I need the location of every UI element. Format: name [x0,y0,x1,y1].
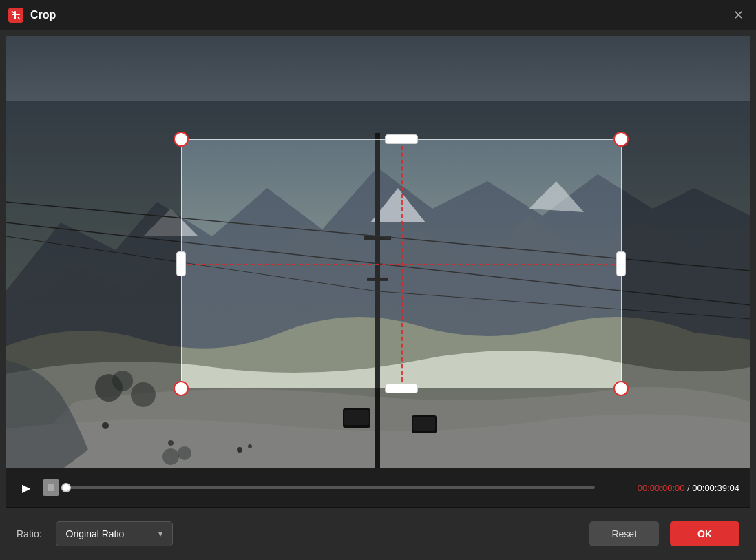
ratio-dropdown[interactable]: Original Ratio ▾ [56,521,173,546]
crop-handle-middle-right[interactable] [616,251,626,276]
crop-window: Crop ✕ [0,0,756,560]
title-bar: Crop ✕ [0,0,756,30]
svg-point-24 [168,440,174,446]
chevron-down-icon: ▾ [158,529,162,539]
crop-handle-top-center[interactable] [385,134,418,144]
svg-rect-13 [344,410,369,425]
svg-point-17 [112,371,133,391]
stop-button[interactable] [43,479,59,496]
app-icon [8,8,23,23]
ok-button[interactable]: OK [670,521,739,546]
bottom-toolbar: Ratio: Original Ratio ▾ Reset OK [0,508,756,560]
svg-point-23 [102,422,109,429]
video-preview [6,36,750,468]
crop-handle-bottom-right[interactable] [613,381,629,396]
progress-thumb[interactable] [61,483,71,492]
svg-line-2 [12,11,14,13]
svg-point-22 [248,444,252,448]
svg-rect-25 [48,484,54,491]
ratio-selected-value: Original Ratio [66,528,125,539]
play-button[interactable]: ▶ [17,478,36,497]
crop-handle-bottom-left[interactable] [174,381,189,396]
svg-line-3 [18,17,20,19]
total-time: 00:00:39:04 [692,483,739,493]
crop-handle-middle-left[interactable] [176,251,186,276]
video-frame [6,36,750,468]
video-scene [6,36,750,468]
time-separator: / [684,483,692,493]
svg-rect-5 [375,133,380,468]
close-button[interactable]: ✕ [728,6,748,25]
crop-handle-top-left[interactable] [174,132,189,147]
crop-handle-bottom-center[interactable] [385,384,418,393]
svg-rect-15 [413,417,435,431]
svg-point-20 [178,446,191,460]
crop-handle-top-right[interactable] [613,132,629,147]
ratio-label: Ratio: [17,528,42,539]
current-time: 00:00:00:00 [638,483,685,493]
svg-point-18 [131,382,156,407]
reset-button[interactable]: Reset [589,521,659,546]
progress-track[interactable] [66,486,595,489]
mountain-background [6,101,750,468]
svg-rect-1 [14,11,16,19]
svg-point-21 [237,447,242,453]
window-title: Crop [30,9,728,21]
svg-point-19 [162,448,179,465]
playback-controls: ▶ 00:00:00:00 / 00:00:39:04 [6,468,750,507]
ratio-dropdown-button[interactable]: Original Ratio ▾ [56,521,173,546]
svg-rect-7 [367,278,388,281]
time-display: 00:00:00:00 / 00:00:39:04 [602,483,739,493]
